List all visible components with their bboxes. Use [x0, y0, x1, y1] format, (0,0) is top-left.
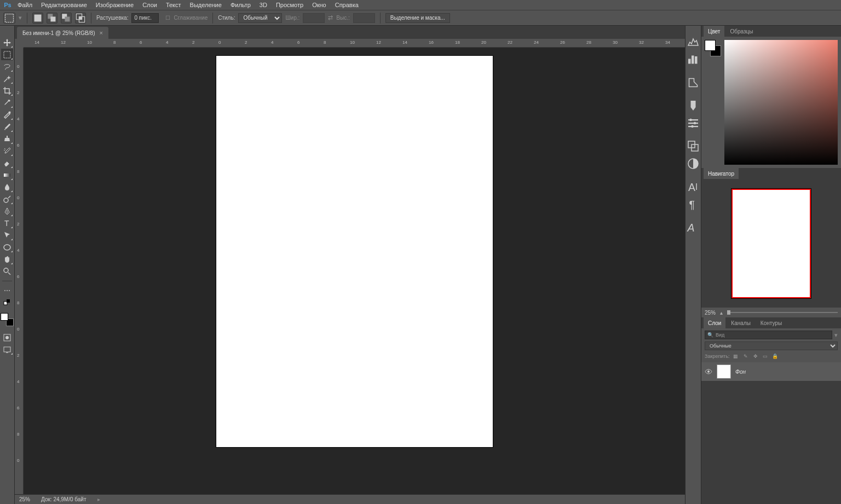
- search-icon: 🔍: [707, 332, 713, 338]
- status-arrow-icon[interactable]: ▸: [97, 496, 100, 502]
- feather-input[interactable]: [131, 13, 159, 23]
- menu-text[interactable]: Текст: [162, 1, 186, 9]
- tool-panel: T ⋯: [0, 26, 15, 504]
- mini-foreground-color[interactable]: [705, 40, 716, 51]
- zoom-slider[interactable]: [727, 312, 838, 313]
- menu-window[interactable]: Окно: [308, 1, 331, 9]
- channels-tab[interactable]: Каналы: [727, 317, 755, 328]
- menu-3d[interactable]: 3D: [255, 1, 272, 9]
- brush-tool[interactable]: [1, 121, 13, 132]
- navigator-preview[interactable]: [701, 179, 841, 308]
- layer-comps-panel-icon[interactable]: [687, 140, 700, 153]
- eyedropper-tool[interactable]: [1, 97, 13, 108]
- layer-filter-select[interactable]: 🔍 Вид: [705, 331, 832, 339]
- blur-tool[interactable]: [1, 181, 13, 193]
- navigator-zoom[interactable]: 25%: [705, 310, 716, 316]
- height-label: Выс.:: [336, 15, 349, 21]
- glyphs-panel-icon[interactable]: A: [687, 221, 700, 234]
- adjustments-panel-icon[interactable]: [687, 157, 700, 170]
- color-swatch-pair[interactable]: [705, 40, 721, 56]
- lock-artboard-icon[interactable]: ▭: [762, 352, 769, 360]
- eraser-tool[interactable]: [1, 157, 13, 169]
- width-label: Шир.:: [285, 15, 299, 21]
- histogram-panel-icon[interactable]: [687, 36, 700, 49]
- info-panel-icon[interactable]: [687, 53, 700, 66]
- edit-toolbar[interactable]: ⋯: [1, 285, 13, 296]
- selection-intersect-icon[interactable]: [75, 13, 86, 24]
- svg-rect-11: [4, 173, 10, 177]
- canvas-viewport[interactable]: [24, 48, 685, 494]
- default-colors-icon[interactable]: [1, 297, 13, 308]
- magic-wand-tool[interactable]: [1, 73, 13, 84]
- style-select[interactable]: Обычный: [238, 13, 282, 23]
- layers-panel: Слои Каналы Контуры 🔍 Вид ▾ Обычные Закр…: [701, 317, 841, 504]
- color-swatches[interactable]: [1, 313, 14, 326]
- character-panel-icon[interactable]: A: [687, 180, 700, 193]
- layer-row[interactable]: Фон: [701, 362, 841, 381]
- move-tool[interactable]: [1, 37, 13, 48]
- menu-file[interactable]: Файл: [13, 1, 37, 9]
- dodge-tool[interactable]: [1, 193, 13, 205]
- crop-tool[interactable]: [1, 85, 13, 96]
- layer-visibility-icon[interactable]: [705, 368, 712, 375]
- brushes-panel-icon[interactable]: [687, 99, 700, 112]
- blend-mode-select[interactable]: Обычные: [705, 341, 838, 350]
- properties-panel-icon[interactable]: [687, 76, 700, 89]
- layers-tab[interactable]: Слои: [704, 317, 725, 328]
- menu-select[interactable]: Выделение: [186, 1, 226, 9]
- clone-stamp-tool[interactable]: [1, 133, 13, 144]
- close-tab-icon[interactable]: ×: [99, 30, 102, 36]
- navigator-tab[interactable]: Навигатор: [704, 168, 739, 179]
- layer-name[interactable]: Фон: [735, 369, 746, 375]
- lock-position-icon[interactable]: ✥: [752, 352, 759, 360]
- color-panel: Цвет Образцы: [701, 26, 841, 168]
- document-tab[interactable]: Без имени-1 @ 25% (RGB/8) ×: [17, 27, 108, 39]
- healing-brush-tool[interactable]: [1, 109, 13, 120]
- svg-point-10: [9, 111, 11, 113]
- lock-label: Закрепить:: [705, 354, 730, 359]
- zoom-out-icon[interactable]: ▴: [720, 310, 723, 316]
- layer-thumbnail[interactable]: [717, 364, 731, 379]
- paths-tab[interactable]: Контуры: [756, 317, 786, 328]
- antialias-label: Сглаживание: [174, 15, 208, 21]
- color-tab[interactable]: Цвет: [704, 26, 724, 37]
- hand-tool[interactable]: [1, 253, 13, 265]
- lock-all-icon[interactable]: 🔒: [771, 352, 779, 360]
- svg-text:A: A: [687, 222, 695, 234]
- zoom-status[interactable]: 25%: [19, 496, 30, 502]
- menu-view[interactable]: Просмотр: [272, 1, 308, 9]
- marquee-tool[interactable]: [1, 49, 13, 60]
- doc-info-status[interactable]: Док: 24,9M/0 байт: [41, 496, 87, 502]
- menu-help[interactable]: Справка: [331, 1, 363, 9]
- select-and-mask-button[interactable]: Выделение и маска...: [385, 13, 450, 23]
- options-bar: ▾ Растушевка: ☐ Сглаживание Стиль: Обычн…: [0, 10, 841, 26]
- canvas[interactable]: [216, 56, 493, 447]
- foreground-color[interactable]: [1, 313, 8, 321]
- selection-new-icon[interactable]: [32, 13, 43, 24]
- lock-pixels-icon[interactable]: ✎: [742, 352, 750, 360]
- navigator-thumbnail[interactable]: [731, 189, 811, 298]
- menu-layers[interactable]: Слои: [138, 1, 162, 9]
- history-brush-tool[interactable]: [1, 145, 13, 157]
- brush-presets-panel-icon[interactable]: [687, 117, 700, 130]
- paragraph-panel-icon[interactable]: ¶: [687, 198, 700, 211]
- menu-image[interactable]: Изображение: [91, 1, 138, 9]
- screen-mode-tool[interactable]: [1, 344, 13, 355]
- gradient-tool[interactable]: [1, 169, 13, 181]
- selection-add-icon[interactable]: [47, 13, 57, 24]
- lasso-tool[interactable]: [1, 61, 13, 72]
- marquee-tool-icon[interactable]: [3, 13, 15, 24]
- lock-transparency-icon[interactable]: ▦: [732, 352, 740, 360]
- type-tool[interactable]: T: [1, 217, 13, 229]
- svg-point-22: [689, 119, 692, 121]
- color-field[interactable]: [724, 40, 838, 165]
- menu-edit[interactable]: Редактирование: [37, 1, 91, 9]
- path-selection-tool[interactable]: [1, 229, 13, 241]
- quickmask-tool[interactable]: [1, 332, 13, 343]
- pen-tool[interactable]: [1, 205, 13, 217]
- shape-tool[interactable]: [1, 241, 13, 253]
- menu-filter[interactable]: Фильтр: [226, 1, 255, 9]
- zoom-tool[interactable]: [1, 265, 13, 277]
- selection-subtract-icon[interactable]: [61, 13, 72, 24]
- swatches-tab[interactable]: Образцы: [725, 26, 757, 37]
